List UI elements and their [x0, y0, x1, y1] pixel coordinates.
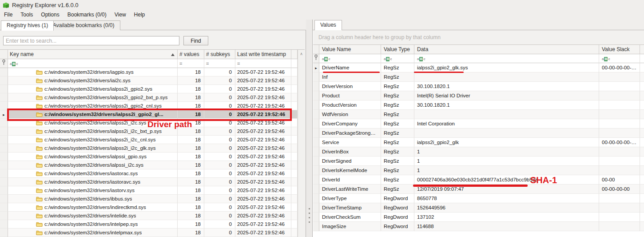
num-subkeys-cell[interactable]: 0 — [204, 220, 235, 229]
col-key-name[interactable]: Key name — [8, 50, 178, 59]
filter-value-name[interactable]: aBc — [319, 54, 381, 63]
value-row[interactable]: DriverPackageStrongNa...RegSz — [313, 129, 644, 138]
value-name-cell[interactable]: DriverPackageStrongNa... — [319, 129, 381, 138]
tree-row[interactable]: c:/windows/system32/drivers/iastorac.sys… — [0, 169, 298, 178]
value-slack-cell[interactable] — [599, 91, 640, 100]
value-slack-cell[interactable] — [599, 82, 640, 91]
last-write-cell[interactable]: 2025-07-22 19:52:46 — [235, 186, 291, 195]
num-values-cell[interactable]: 18 — [178, 144, 204, 153]
value-type-cell[interactable]: RegSz — [381, 147, 414, 157]
value-type-cell[interactable]: RegSz — [381, 91, 414, 100]
value-type-cell[interactable]: RegDword — [381, 213, 414, 222]
num-subkeys-cell[interactable]: 0 — [204, 68, 235, 76]
value-row[interactable]: ▸DriverNameRegSzialpss2i_gpio2_glk.sys00… — [313, 63, 644, 72]
value-type-cell[interactable]: RegSz — [381, 129, 414, 138]
tree-row-selected[interactable]: ▸c:/windows/system32/drivers/ialpss2i_gp… — [0, 110, 298, 119]
num-subkeys-cell[interactable]: 0 — [204, 93, 235, 102]
filter-value-slack[interactable]: aBc — [599, 54, 640, 63]
key-name-cell[interactable]: c:/windows/system32/drivers/ialpss2i_gpi… — [8, 102, 178, 110]
last-write-cell[interactable]: 2025-07-22 19:52:46 — [235, 178, 291, 186]
num-subkeys-cell[interactable]: 0 — [204, 119, 235, 127]
value-name-cell[interactable]: ImageSize — [319, 222, 381, 231]
last-write-cell[interactable]: 2025-07-22 19:52:46 — [235, 169, 291, 178]
tree-row[interactable]: c:/windows/system32/drivers/ialpssi_gpio… — [0, 153, 298, 161]
value-slack-cell[interactable] — [599, 194, 640, 203]
filter-last-write[interactable]: = — [235, 59, 291, 68]
data-cell[interactable]: 1 — [414, 157, 599, 166]
value-slack-cell[interactable] — [599, 222, 640, 231]
num-subkeys-cell[interactable]: 0 — [204, 153, 235, 161]
value-name-cell[interactable]: ProductVersion — [319, 100, 381, 110]
filter-value-type[interactable]: aBc — [381, 54, 414, 63]
num-values-cell[interactable]: 18 — [178, 119, 204, 127]
filter-num-subkeys[interactable]: = — [204, 59, 235, 68]
data-cell[interactable] — [414, 72, 599, 82]
key-name-cell[interactable]: c:/windows/system32/drivers/ibbus.sys — [8, 195, 178, 203]
value-row[interactable]: DriverCompanyRegSzIntel Corporation — [313, 119, 644, 129]
num-values-cell[interactable]: 18 — [178, 178, 204, 186]
value-row[interactable]: DriverInBoxRegSz1 — [313, 147, 644, 157]
col-last-write[interactable]: Last write timestamp — [235, 50, 291, 59]
col-data[interactable]: Data — [414, 45, 599, 54]
key-name-cell[interactable]: c:/windows/system32/drivers/ialpss2i_gpi… — [8, 93, 178, 102]
last-write-cell[interactable]: 2025-07-22 19:52:46 — [235, 127, 291, 136]
value-name-cell[interactable]: DriverLastWriteTime — [319, 185, 381, 194]
num-subkeys-cell[interactable]: 0 — [204, 229, 235, 237]
key-name-cell[interactable]: c:/windows/system32/drivers/intelpep.sys — [8, 220, 178, 229]
value-slack-cell[interactable] — [599, 166, 640, 175]
key-name-cell[interactable]: c:/windows/system32/drivers/iagpio.sys — [8, 68, 178, 76]
menu-item-bookmarks[interactable]: Bookmarks (0/0) — [64, 11, 111, 19]
key-name-cell[interactable]: c:/windows/system32/drivers/intelpmax.sy… — [8, 229, 178, 237]
data-cell[interactable]: Intel(R) Serial IO Driver — [414, 91, 599, 100]
num-values-cell[interactable]: 18 — [178, 229, 204, 237]
menu-item-help[interactable]: Help — [130, 11, 149, 19]
data-cell[interactable]: 12/07/2019 09:07:47 — [414, 185, 599, 194]
value-slack-cell[interactable] — [599, 100, 640, 110]
key-name-cell[interactable]: c:/windows/system32/drivers/iastoravc.sy… — [8, 178, 178, 186]
num-values-cell[interactable]: 18 — [178, 85, 204, 93]
num-subkeys-cell[interactable]: 0 — [204, 110, 235, 119]
num-subkeys-cell[interactable]: 0 — [204, 169, 235, 178]
key-name-cell[interactable]: c:/windows/system32/drivers/ialpss2i_i2c… — [8, 119, 178, 127]
value-type-cell[interactable]: RegSz — [381, 166, 414, 175]
data-cell[interactable]: 000027406a360e030cb321d0f4f77a1c53d7bcc9… — [414, 175, 599, 185]
key-name-cell[interactable]: c:/windows/system32/drivers/ialpss2i_i2c… — [8, 136, 178, 144]
value-row[interactable]: ProductVersionRegSz30.100.1820.1 — [313, 100, 644, 110]
value-slack-cell[interactable]: 00-00-00-00-00-00 — [599, 138, 640, 147]
value-name-cell[interactable]: DriverSigned — [319, 157, 381, 166]
num-values-cell[interactable]: 18 — [178, 153, 204, 161]
search-input[interactable] — [3, 36, 179, 45]
num-values-cell[interactable]: 18 — [178, 161, 204, 169]
tab-values[interactable]: Values — [314, 20, 342, 30]
data-cell[interactable]: 1 — [414, 147, 599, 157]
col-num-subkeys[interactable]: # subkeys — [204, 50, 235, 59]
value-row[interactable]: DriverTypeRegDword8650778 — [313, 194, 644, 203]
value-type-cell[interactable]: RegDword — [381, 194, 414, 203]
last-write-cell[interactable]: 2025-07-22 19:52:46 — [235, 195, 291, 203]
key-name-cell[interactable]: c:/windows/system32/drivers/iastorac.sys — [8, 169, 178, 178]
col-value-name[interactable]: Value Name — [319, 45, 381, 54]
value-slack-cell[interactable] — [599, 157, 640, 166]
num-values-cell[interactable]: 18 — [178, 93, 204, 102]
value-name-cell[interactable]: DriverId — [319, 175, 381, 185]
num-values-cell[interactable]: 18 — [178, 102, 204, 110]
menu-item-options[interactable]: Options — [37, 11, 63, 19]
num-values-cell[interactable]: 18 — [178, 169, 204, 178]
filter-num-values[interactable]: = — [178, 59, 204, 68]
num-subkeys-cell[interactable]: 0 — [204, 76, 235, 85]
key-name-cell[interactable]: c:/windows/system32/drivers/iai2c.sys — [8, 76, 178, 85]
find-button[interactable]: Find — [183, 36, 208, 45]
value-name-cell[interactable]: Product — [319, 91, 381, 100]
value-type-cell[interactable]: RegSz — [381, 175, 414, 185]
num-subkeys-cell[interactable]: 0 — [204, 186, 235, 195]
value-name-cell[interactable]: DriverType — [319, 194, 381, 203]
tree-row[interactable]: c:/windows/system32/drivers/ialpssi_i2c.… — [0, 161, 298, 169]
num-values-cell[interactable]: 18 — [178, 76, 204, 85]
value-type-cell[interactable]: RegDword — [381, 203, 414, 213]
last-write-cell[interactable]: 2025-07-22 19:52:46 — [235, 68, 291, 76]
num-values-cell[interactable]: 18 — [178, 110, 204, 119]
value-slack-cell[interactable] — [599, 203, 640, 213]
tab-registry-hives[interactable]: Registry hives (1) — [1, 20, 54, 31]
key-name-cell[interactable]: c:/windows/system32/drivers/ialpssi_gpio… — [8, 153, 178, 161]
num-subkeys-cell[interactable]: 0 — [204, 178, 235, 186]
